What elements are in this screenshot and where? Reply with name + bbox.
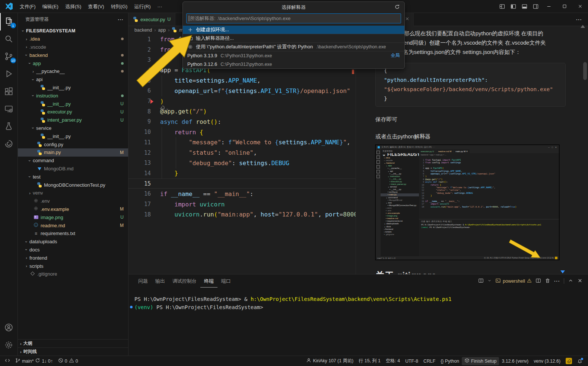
activity-account[interactable] xyxy=(0,319,18,337)
activity-run-and-debug[interactable] xyxy=(0,65,18,83)
menu-item-6[interactable]: ··· xyxy=(154,4,165,9)
menu-item-3[interactable]: 查看(V) xyxy=(85,4,107,9)
status-language-mode[interactable]: {} Python xyxy=(438,357,462,365)
status-encoding[interactable]: UTF-8 xyxy=(403,357,421,365)
split-terminal-icon[interactable] xyxy=(535,278,541,285)
toggle-sidebar-icon[interactable] xyxy=(508,1,519,11)
toggle-panel-icon[interactable] xyxy=(519,1,530,11)
tree-item-config-py[interactable]: config.py xyxy=(18,140,128,148)
tree-item-command[interactable]: ›command xyxy=(18,157,128,165)
tree-item-instruction[interactable]: ›instruction xyxy=(18,92,128,100)
activity-testing[interactable] xyxy=(0,118,18,135)
status-indentation[interactable]: 空格: 4 xyxy=(383,357,403,365)
menu-item-5[interactable]: 运行(R) xyxy=(131,4,154,9)
tree-item-requirements-txt[interactable]: ≡requirements.txt xyxy=(18,229,128,238)
maximize-panel-icon[interactable] xyxy=(568,278,573,285)
item-badge[interactable]: 全局 xyxy=(391,52,400,59)
activity-source-control[interactable]: 10 xyxy=(0,48,18,65)
refresh-icon[interactable] xyxy=(394,4,400,11)
quickpick-item-4[interactable]: Python 3.12.6C:\Python312\python.exe xyxy=(183,60,404,68)
editor-actions-more-icon[interactable]: ··· xyxy=(576,17,588,22)
close-button[interactable] xyxy=(572,0,588,13)
panel-tab-调试控制台[interactable]: 调试控制台 xyxy=(169,274,200,288)
tree-item-scripts[interactable]: ›scripts xyxy=(18,262,128,270)
activity-search[interactable] xyxy=(0,30,18,48)
toggle-secondary-sidebar-icon[interactable] xyxy=(530,1,541,11)
section-1[interactable]: ›时间线 xyxy=(18,347,128,356)
section-0[interactable]: ›大纲 xyxy=(18,339,128,347)
panel-tab-终端[interactable]: 终端 xyxy=(200,274,217,288)
tree-item--init-py[interactable]: __init__.pyU xyxy=(18,100,128,108)
tree-item--env[interactable]: .env xyxy=(18,197,128,205)
launch-profile-icon[interactable] xyxy=(478,278,484,285)
status-finish-setup[interactable]: Finish Setup xyxy=(462,357,499,365)
quickpick-item-3[interactable]: Python 3.13.9C:\Python313\python.exe全局 xyxy=(183,51,404,60)
close-panel-icon[interactable] xyxy=(577,278,583,285)
panel-tab-问题[interactable]: 问题 xyxy=(134,274,152,288)
tree-item--gitignore[interactable]: .gitignore xyxy=(18,270,128,278)
preview-scrollbar[interactable] xyxy=(583,62,587,80)
chevron-down-icon[interactable] xyxy=(487,278,492,284)
tree-item-venv[interactable]: ›venv xyxy=(18,189,128,197)
kill-terminal-icon[interactable] xyxy=(545,278,550,285)
customize-layout-icon[interactable] xyxy=(496,1,508,11)
tree-item--init-py[interactable]: __init__.py xyxy=(18,84,128,92)
status-git-blame[interactable]: KiriAky 107 (1 周前) xyxy=(303,357,356,365)
tree-item-mongodbconnectiontest-py[interactable]: MongoDBConnectionTest.py xyxy=(18,181,128,189)
status-cursor-position[interactable]: 行 15, 列 1 xyxy=(356,357,383,365)
tree-item--init-py[interactable]: __init__.py xyxy=(18,132,128,140)
activity-explorer[interactable]: 1 xyxy=(0,13,18,30)
maximize-button[interactable] xyxy=(557,0,572,13)
tab-executor-py[interactable]: executor.py U xyxy=(128,13,175,26)
menu-item-0[interactable]: 文件(F) xyxy=(16,4,39,9)
tree-item-backend[interactable]: ›backend xyxy=(18,51,128,59)
explorer-more-icon[interactable]: ··· xyxy=(118,17,124,22)
tree-item-image-png[interactable]: image.pngU xyxy=(18,213,128,221)
breadcrumb-item-0[interactable]: backend xyxy=(134,28,152,33)
status-python-env[interactable]: venv (3.12.6) xyxy=(531,357,563,365)
tree-item--pycache-[interactable]: ›__pycache__ xyxy=(18,67,128,76)
tree-item-executor-py[interactable]: executor.pyU xyxy=(18,108,128,116)
status-notifications[interactable] xyxy=(575,357,585,365)
tree-item--vscode[interactable]: ›.vscode xyxy=(18,43,128,51)
terminal-instance[interactable]: powershell xyxy=(495,278,532,285)
interpreter-input[interactable]: 所选解释器: .\backend\venv\Scripts\python.exe xyxy=(186,13,401,23)
status-git-branch-status[interactable]: main*1↓ 0↑ xyxy=(13,357,55,365)
activity-extensions[interactable] xyxy=(0,83,18,100)
tree-item-mongodb-md[interactable]: MongoDB.md xyxy=(18,165,128,173)
tree-item-app[interactable]: ›app xyxy=(18,59,128,67)
tree-item-docs[interactable]: ›docs xyxy=(18,246,128,254)
code-editor[interactable]: 1from fastapi import FastAPI2from config… xyxy=(128,34,356,274)
tree-item-filesreadsysteam[interactable]: ›FILESREADSYSTEAM xyxy=(18,27,128,35)
panel-tab-输出[interactable]: 输出 xyxy=(152,274,169,288)
menu-item-1[interactable]: 编辑(E) xyxy=(39,4,62,9)
terminal-content[interactable]: PS H:\OwnProject\FilesReadSysteam> & h:\… xyxy=(128,288,588,311)
tree-item-test[interactable]: ›test xyxy=(18,173,128,181)
close-tab-icon[interactable] xyxy=(405,16,410,22)
status-python-interpreter[interactable]: 3.12.6 (venv) xyxy=(499,357,531,365)
activity-settings[interactable] xyxy=(0,337,18,354)
activity-ai-assistant[interactable] xyxy=(0,135,18,153)
tree-item--env-example[interactable]: .env.exampleM xyxy=(18,205,128,214)
menu-item-4[interactable]: 转到(G) xyxy=(108,4,131,9)
minimize-button[interactable] xyxy=(541,0,557,13)
activity-remote-explorer[interactable] xyxy=(0,100,18,118)
tree-item-main-py[interactable]: main.pyM xyxy=(18,148,128,157)
copilot-inline-icon[interactable]: ⌄ xyxy=(160,105,169,112)
menu-item-2[interactable]: 选择(S) xyxy=(62,4,85,9)
tree-item-api[interactable]: ›api xyxy=(18,76,128,84)
panel-tab-端口[interactable]: 端口 xyxy=(217,274,235,288)
status-problems-status[interactable]: 00 xyxy=(55,357,81,365)
status-eol[interactable]: CRLF xyxy=(421,357,438,365)
status-remote-indicator[interactable] xyxy=(2,357,13,365)
quickpick-item-2[interactable]: 使用 \"python.defaultInterpreterPath\" 设置中… xyxy=(183,43,404,51)
tree-item-service[interactable]: ›service xyxy=(18,124,128,132)
quickpick-item-0[interactable]: 创建虚拟环境... xyxy=(183,26,404,34)
breadcrumb-item-1[interactable]: app xyxy=(158,28,166,33)
tree-item--idea[interactable]: ›.idea xyxy=(18,35,128,43)
more-actions-icon[interactable]: ··· xyxy=(554,278,560,284)
tree-item-intent-parser-py[interactable]: intent_parser.pyU xyxy=(18,116,128,124)
status-gold-extension[interactable] xyxy=(563,357,575,365)
tree-item-frontend[interactable]: ›frontend xyxy=(18,254,128,262)
tree-item-readme-md[interactable]: readme.mdM xyxy=(18,221,128,229)
